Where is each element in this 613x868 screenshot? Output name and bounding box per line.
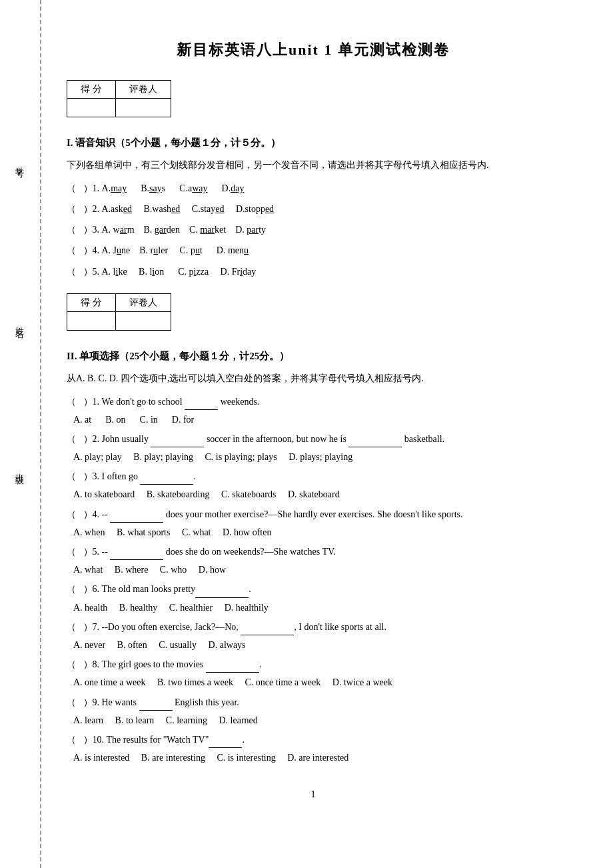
- section1-desc: 下列各组单词中，有三个划线部分发音相同，另一个发音不同，请选出并将其字母代号填入…: [67, 157, 560, 173]
- xingming-label: 姓名: [13, 320, 25, 325]
- mc-q7: （ ）7. --Do you often exercise, Jack?—No,…: [67, 619, 560, 635]
- banji-label: 班级: [13, 467, 25, 472]
- mc-q9: （ ）9. He wants English this year.: [67, 694, 560, 711]
- mc-q4: （ ）4. -- does your mother exercise?—She …: [67, 506, 560, 523]
- section2-title: II. 单项选择（25个小题，每小题１分，计25分。）: [67, 347, 560, 365]
- mc-q3-options: A. to skateboard B. skateboarding C. ska…: [67, 486, 560, 503]
- phonetics-q1: （ ）1. A.may B.says C.away D.day: [67, 180, 560, 197]
- reviewer-header: 评卷人: [115, 81, 171, 99]
- phonetics-q4: （ ）4. A. June B. ruler C. put D. menu: [67, 242, 560, 259]
- mc-q7-options: A. never B. often C. usually D. always: [67, 637, 560, 653]
- mc-q2-options: A. play; play B. play; playing C. is pla…: [67, 449, 560, 465]
- score-table-2: 得 分 评卷人: [67, 293, 171, 331]
- mc-q5: （ ）5. -- does she do on weekends?—She wa…: [67, 543, 560, 560]
- phonetics-q3: （ ）3. A. warm B. garden C. market D. par…: [67, 221, 560, 238]
- left-dashed-border: [40, 0, 41, 868]
- reviewer-value: [115, 99, 171, 117]
- section2-desc: 从A. B. C. D. 四个选项中,选出可以填入空白处的答案，并将其字母代号填…: [67, 371, 560, 387]
- phonetics-q5: （ ）5. A. like B. lion C. pizza D. Friday: [67, 263, 560, 280]
- mc-q9-options: A. learn B. to learn C. learning D. lear…: [67, 712, 560, 729]
- page-title: 新目标英语八上unit 1 单元测试检测卷: [67, 40, 560, 60]
- reviewer-value-2: [115, 311, 171, 330]
- mc-q1: （ ）1. We don't go to school weekends.: [67, 393, 560, 410]
- mc-q2: （ ）2. John usually soccer in the afterno…: [67, 431, 560, 447]
- page: 学号 姓名 班级 新目标英语八上unit 1 单元测试检测卷 得 分 评卷人 I…: [0, 0, 613, 868]
- section-1: I. 语音知识（5个小题，每小题１分，计５分。） 下列各组单词中，有三个划线部分…: [67, 134, 560, 280]
- score-value: [67, 99, 116, 117]
- score-header: 得 分: [67, 81, 116, 99]
- mc-q10: （ ）10. The results for "Watch TV".: [67, 731, 560, 748]
- section1-title: I. 语音知识（5个小题，每小题１分，计５分。）: [67, 134, 560, 152]
- mc-q6-options: A. health B. healthy C. healthier D. hea…: [67, 599, 560, 616]
- section-2: II. 单项选择（25个小题，每小题１分，计25分。） 从A. B. C. D.…: [67, 347, 560, 767]
- mc-q6: （ ）6. The old man looks pretty.: [67, 581, 560, 597]
- reviewer-header-2: 评卷人: [115, 293, 171, 311]
- score-table-1: 得 分 评卷人: [67, 80, 171, 117]
- mc-q1-options: A. at B. on C. in D. for: [67, 411, 560, 428]
- page-number: 1: [67, 786, 560, 803]
- score-header-2: 得 分: [67, 293, 116, 311]
- mc-q10-options: A. is interested B. are interesting C. i…: [67, 749, 560, 766]
- score-value-2: [67, 311, 116, 330]
- phonetics-q2: （ ）2. A.asked B.washed C.stayed D.stoppe…: [67, 201, 560, 217]
- xuehao-label: 学号: [13, 160, 25, 165]
- mc-q8-options: A. one time a week B. two times a week C…: [67, 674, 560, 691]
- mc-q3: （ ）3. I often go .: [67, 468, 560, 485]
- mc-q5-options: A. what B. where C. who D. how: [67, 561, 560, 578]
- mc-q4-options: A. when B. what sports C. what D. how of…: [67, 524, 560, 541]
- mc-q8: （ ）8. The girl goes to the movies .: [67, 656, 560, 673]
